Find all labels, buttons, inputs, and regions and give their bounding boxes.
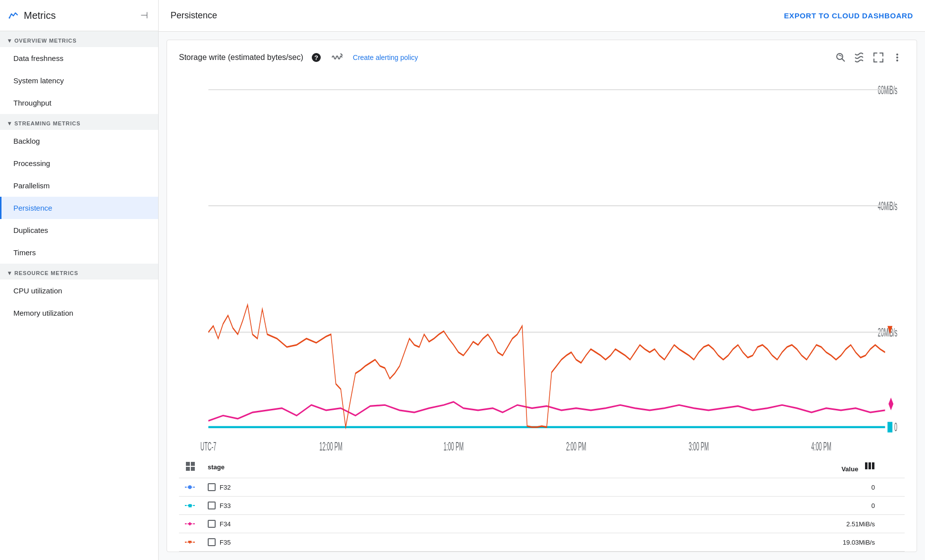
- f35-marker-icon: [185, 539, 195, 545]
- chevron-down-icon: ▾: [8, 37, 11, 44]
- section-overview-label: OVERVIEW METRICS: [14, 38, 77, 44]
- main-content: Persistence EXPORT TO CLOUD DASHBOARD St…: [159, 0, 925, 560]
- sidebar-item-memory-utilization[interactable]: Memory utilization: [0, 302, 158, 324]
- table-row: F32 0: [179, 478, 905, 497]
- topbar: Persistence EXPORT TO CLOUD DASHBOARD: [159, 0, 925, 32]
- f35-checkbox[interactable]: [208, 538, 216, 546]
- legend-stage-cell-f33: F33: [202, 497, 437, 515]
- columns-icon: [864, 460, 875, 471]
- sidebar-item-timers[interactable]: Timers: [0, 241, 158, 264]
- more-options-icon-button[interactable]: [890, 50, 905, 65]
- svg-rect-28: [191, 462, 195, 466]
- svg-point-0: [9, 17, 10, 19]
- legend-marker-cell-f32: [179, 478, 202, 497]
- f32-marker-icon: [185, 484, 195, 490]
- chart-panel: Storage write (estimated bytes/sec) ? Cr…: [167, 40, 917, 552]
- sidebar-item-persistence[interactable]: Persistence: [0, 197, 158, 219]
- svg-rect-31: [865, 462, 867, 469]
- svg-text:1:00 PM: 1:00 PM: [444, 440, 464, 452]
- table-row: F33 0: [179, 497, 905, 515]
- svg-point-4: [837, 54, 843, 59]
- sidebar-item-cpu-utilization[interactable]: CPU utilization: [0, 280, 158, 302]
- section-streaming-label: STREAMING METRICS: [14, 120, 81, 126]
- table-row: F35 19.03MiB/s: [179, 533, 905, 552]
- sidebar-item-data-freshness[interactable]: Data freshness: [0, 47, 158, 69]
- sidebar-item-parallelism[interactable]: Parallelism: [0, 174, 158, 197]
- f32-line-marker: [185, 484, 195, 490]
- f34-checkbox[interactable]: [208, 520, 216, 528]
- svg-point-35: [188, 485, 191, 489]
- f33-checkbox[interactable]: [208, 502, 216, 509]
- svg-rect-33: [872, 462, 874, 469]
- search-icon-button[interactable]: [833, 50, 848, 65]
- legend-value-cell-f34: 2.51MiB/s: [437, 515, 905, 533]
- sidebar-item-duplicates[interactable]: Duplicates: [0, 219, 158, 241]
- collapse-button[interactable]: ⊣: [138, 8, 150, 23]
- f34-line-marker: [185, 521, 195, 527]
- legend-stage-cell-f34: F34: [202, 515, 437, 533]
- svg-text:2:00 PM: 2:00 PM: [566, 440, 586, 452]
- legend-value-cell-f33: 0: [437, 497, 905, 515]
- chart-action-icons: [833, 50, 905, 65]
- value-col-header: Value: [437, 456, 905, 478]
- svg-rect-37: [188, 504, 191, 507]
- legend-table: stage Value: [179, 456, 905, 552]
- chevron-down-icon-resource: ▾: [8, 270, 11, 277]
- legend-value-cell-f32: 0: [437, 478, 905, 497]
- sidebar-header: Metrics ⊣: [0, 0, 158, 31]
- svg-line-3: [341, 54, 343, 56]
- help-icon: ?: [311, 53, 321, 62]
- section-streaming-metrics[interactable]: ▾ STREAMING METRICS: [0, 114, 158, 130]
- svg-point-8: [896, 59, 898, 61]
- stage-col-header: stage: [202, 456, 437, 478]
- compare-icon-button[interactable]: [852, 50, 867, 65]
- column-view-button[interactable]: [864, 460, 875, 474]
- sidebar: Metrics ⊣ ▾ OVERVIEW METRICS Data freshn…: [0, 0, 159, 560]
- svg-text:UTC-7: UTC-7: [200, 440, 216, 452]
- section-overview-metrics[interactable]: ▾ OVERVIEW METRICS: [0, 31, 158, 47]
- chevron-down-icon-streaming: ▾: [8, 120, 11, 127]
- svg-line-5: [842, 59, 845, 62]
- chart-title: Storage write (estimated bytes/sec): [179, 53, 303, 62]
- svg-rect-27: [186, 462, 190, 466]
- more-options-icon: [892, 52, 903, 63]
- chart-area[interactable]: 60MiB/s 40MiB/s 20MiB/s 0 UTC-7 12:00 PM…: [179, 73, 905, 452]
- svg-point-7: [896, 56, 898, 58]
- create-alerting-policy-button[interactable]: Create alerting policy: [353, 54, 418, 61]
- help-icon-button[interactable]: ?: [309, 51, 323, 64]
- chart-wave-icon: [331, 53, 343, 62]
- svg-rect-32: [868, 462, 871, 469]
- sidebar-logo: Metrics: [8, 9, 56, 21]
- sidebar-item-throughput[interactable]: Throughput: [0, 92, 158, 114]
- f32-checkbox[interactable]: [208, 483, 216, 491]
- sidebar-item-backlog[interactable]: Backlog: [0, 130, 158, 152]
- f34-marker-icon: [185, 521, 195, 527]
- sidebar-item-system-latency[interactable]: System latency: [0, 69, 158, 92]
- sidebar-title: Metrics: [24, 10, 56, 21]
- search-icon: [835, 52, 846, 63]
- stage-grid-icon: [185, 461, 196, 472]
- legend-stage-cell-f35: F35: [202, 533, 437, 552]
- svg-text:3:00 PM: 3:00 PM: [689, 440, 709, 452]
- table-row: F34 2.51MiB/s: [179, 515, 905, 533]
- legend-marker-cell-f34: [179, 515, 202, 533]
- legend-value-cell-f35: 19.03MiB/s: [437, 533, 905, 552]
- svg-text:?: ?: [314, 54, 318, 61]
- fullscreen-icon-button[interactable]: [871, 50, 886, 65]
- export-to-cloud-button[interactable]: EXPORT TO CLOUD DASHBOARD: [784, 11, 913, 20]
- svg-marker-39: [188, 522, 191, 525]
- section-resource-label: RESOURCE METRICS: [14, 270, 78, 276]
- chart-header: Storage write (estimated bytes/sec) ? Cr…: [179, 50, 905, 65]
- section-resource-metrics[interactable]: ▾ RESOURCE METRICS: [0, 264, 158, 280]
- svg-text:4:00 PM: 4:00 PM: [811, 440, 832, 452]
- f33-line-marker: [185, 503, 195, 508]
- time-series-chart: 60MiB/s 40MiB/s 20MiB/s 0 UTC-7 12:00 PM…: [179, 73, 905, 452]
- svg-marker-25: [888, 397, 893, 410]
- legend-marker-cell-f35: [179, 533, 202, 552]
- chart-type-icon-button[interactable]: [329, 51, 345, 64]
- legend-stage-cell-f32: F32: [202, 478, 437, 497]
- svg-rect-29: [186, 467, 190, 471]
- f33-marker-icon: [185, 503, 195, 508]
- sidebar-item-processing[interactable]: Processing: [0, 152, 158, 174]
- compare-icon: [854, 52, 865, 63]
